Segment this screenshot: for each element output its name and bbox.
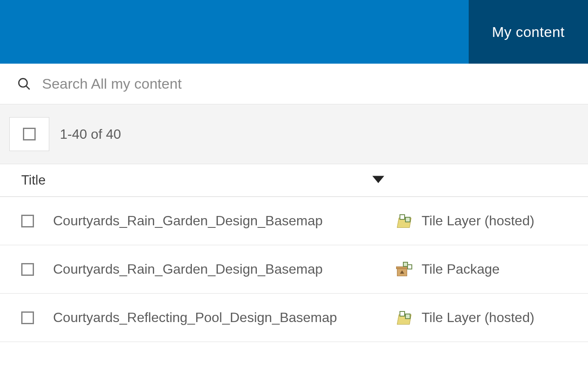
select-all-checkbox[interactable] bbox=[23, 128, 36, 140]
item-type: Tile Layer (hosted) bbox=[422, 213, 535, 229]
item-type-cell: Tile Package bbox=[397, 261, 567, 277]
item-type-cell: Tile Layer (hosted) bbox=[397, 213, 567, 229]
row-checkbox[interactable] bbox=[21, 263, 34, 276]
tile-package-icon bbox=[397, 262, 412, 277]
list-toolbar: 1-40 of 40 bbox=[0, 104, 588, 164]
table-row[interactable]: Courtyards_Rain_Garden_Design_Basemap Ti… bbox=[0, 197, 588, 245]
svg-point-0 bbox=[19, 78, 27, 87]
select-all-container bbox=[9, 117, 49, 151]
caret-down-icon bbox=[372, 176, 384, 183]
row-checkbox[interactable] bbox=[21, 311, 34, 324]
item-title[interactable]: Courtyards_Reflecting_Pool_Design_Basema… bbox=[53, 310, 397, 325]
tab-my-content[interactable]: My content bbox=[469, 0, 588, 64]
column-header-title[interactable]: Title bbox=[21, 173, 45, 188]
item-title[interactable]: Courtyards_Rain_Garden_Design_Basemap bbox=[53, 213, 397, 229]
table-row[interactable]: Courtyards_Reflecting_Pool_Design_Basema… bbox=[0, 294, 588, 342]
search-icon bbox=[17, 77, 31, 91]
item-type-cell: Tile Layer (hosted) bbox=[397, 310, 567, 325]
results-count: 1-40 of 40 bbox=[60, 126, 121, 142]
item-type: Tile Layer (hosted) bbox=[422, 310, 535, 325]
search-bar bbox=[0, 64, 588, 104]
item-type: Tile Package bbox=[422, 261, 500, 277]
item-title[interactable]: Courtyards_Rain_Garden_Design_Basemap bbox=[53, 261, 397, 277]
content-list: 1-40 of 40 Title Courtyards_Rain_Garden_… bbox=[0, 104, 588, 342]
svg-line-1 bbox=[26, 86, 30, 89]
column-header-row: Title bbox=[0, 164, 588, 197]
row-checkbox[interactable] bbox=[21, 215, 34, 227]
header-bar: My content bbox=[0, 0, 588, 64]
search-input[interactable] bbox=[42, 76, 571, 92]
tile-layer-icon bbox=[397, 213, 412, 229]
table-row[interactable]: Courtyards_Rain_Garden_Design_Basemap Ti… bbox=[0, 245, 588, 294]
sort-indicator[interactable] bbox=[372, 176, 384, 185]
tab-label: My content bbox=[492, 24, 565, 40]
tile-layer-icon bbox=[397, 310, 412, 325]
